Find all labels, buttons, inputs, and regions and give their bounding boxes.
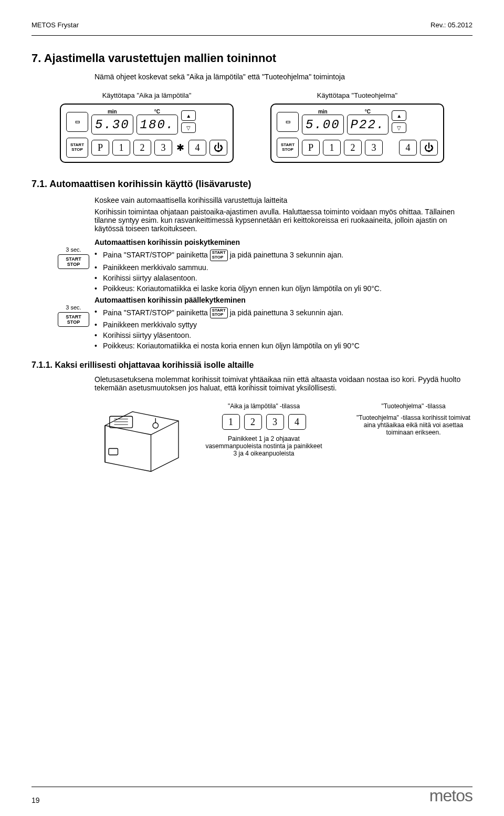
- lcd-time: 5.30: [91, 115, 133, 135]
- off-group: Automaattisen korihissin poiskytkeminen …: [94, 238, 472, 293]
- arrow-down-icon[interactable]: ▽: [181, 122, 196, 133]
- header-left: METOS Frystar: [32, 21, 79, 29]
- off-step-4: Poikkeus: Koriautomatiikka ei laske kori…: [94, 284, 472, 293]
- mode-left-title: "Aika ja lämpötila" -tilassa: [205, 402, 323, 410]
- off-step-2: Painikkeen merkkivalo sammuu.: [94, 263, 472, 272]
- control-panel-1: ▭ min 5.30 °C 180. ▲ ▽ START STOP: [60, 104, 234, 163]
- arrow-up-icon[interactable]: ▲: [392, 110, 406, 121]
- slot-icon: ▭: [66, 112, 88, 132]
- off-step-3: Korihissi siirtyy alalasentoon.: [94, 274, 472, 282]
- panel1-caption: Käyttötapa "Aika ja lämpötila": [60, 91, 234, 99]
- start-stop-icon: START STOP: [58, 312, 89, 327]
- section-7-1-1-title: 7.1.1. Kaksi erillisesti ohjattavaa kori…: [32, 360, 472, 370]
- on-title: Automaattisen korihissin päällekytkemine…: [94, 296, 472, 304]
- star-icon: ✱: [176, 142, 184, 153]
- on-indicator: 3 sec. START STOP: [58, 304, 89, 327]
- lower-section: "Aika ja lämpötila" -tilassa 1 2 3 4 Pai…: [94, 402, 472, 476]
- start-stop-button[interactable]: START STOP: [277, 138, 299, 158]
- unit-min: min: [316, 109, 330, 115]
- fryer-illustration: [94, 402, 189, 476]
- num-2-button[interactable]: 2: [133, 140, 151, 156]
- section-7-1-body: Koskee vain automaattisella korihissillä…: [94, 196, 472, 350]
- on-b1a: Paina "START/STOP" painiketta: [103, 308, 210, 316]
- mode-right-note: "Tuoteohjelma" -tilassa korihissit toimi…: [354, 414, 472, 436]
- p-button[interactable]: P: [302, 140, 320, 156]
- panel-program: Käyttötapa "Tuoteohjelma" ▭ min 5.00 °C …: [270, 91, 444, 163]
- arrow-down-icon[interactable]: ▽: [392, 122, 406, 133]
- unit-min: min: [105, 109, 120, 115]
- sub2: Korihissin toimintaa ohjataan paistoaika…: [94, 208, 472, 233]
- unit-c: °C: [360, 109, 375, 115]
- arrow-up-icon[interactable]: ▲: [181, 110, 196, 121]
- page-number: 19: [32, 796, 40, 805]
- mode-right-title: "Tuoteohjelma" -tilassa: [354, 402, 472, 410]
- mode-btn-4[interactable]: 4: [288, 414, 306, 430]
- svg-point-2: [153, 423, 159, 429]
- section-7-1-1-body: Oletusasetuksena molemmat korihissit toi…: [94, 375, 472, 392]
- off-step-1: Paina "START/STOP" painiketta START STOP…: [94, 250, 472, 261]
- modes-row: "Aika ja lämpötila" -tilassa 1 2 3 4 Pai…: [205, 402, 472, 457]
- on-step-3: Korihissi siirtyy yläsentoon.: [94, 331, 472, 339]
- divider: [32, 35, 472, 36]
- power-button[interactable]: ⏻: [420, 140, 438, 156]
- num-1-button[interactable]: 1: [323, 140, 341, 156]
- off-indicator: 3 sec. START STOP: [58, 246, 89, 269]
- page-title: 7. Ajastimella varustettujen mallien toi…: [32, 51, 472, 65]
- off-b1a: Paina "START/STOP" painiketta: [103, 251, 210, 259]
- start-stop-button[interactable]: START STOP: [66, 138, 88, 158]
- svg-rect-1: [109, 449, 118, 455]
- lcd-time: 5.00: [302, 115, 344, 135]
- num-1-button[interactable]: 1: [112, 140, 130, 156]
- num-4-button[interactable]: 4: [399, 140, 417, 156]
- on-step-1: Paina "START/STOP" painiketta START STOP…: [94, 307, 472, 319]
- off-title: Automaattisen korihissin poiskytkeminen: [94, 238, 472, 246]
- header-right: Rev.: 05.2012: [430, 21, 472, 29]
- off-b1b: ja pidä painettuna 3 sekunnin ajan.: [230, 251, 343, 259]
- num-3-button[interactable]: 3: [365, 140, 383, 156]
- lcd-temp: 180.: [136, 115, 178, 135]
- intro-text: Nämä ohjeet koskevat sekä "Aika ja lämpö…: [94, 73, 472, 81]
- mode-btn-1[interactable]: 1: [222, 414, 240, 430]
- on-step-4: Poikkeus: Koriautomatiikka ei nosta kori…: [94, 342, 472, 350]
- num-2-button[interactable]: 2: [344, 140, 362, 156]
- sub1: Koskee vain automaattisella korihissillä…: [94, 196, 472, 204]
- power-button[interactable]: ⏻: [209, 140, 227, 156]
- on-step-2: Painikkeen merkkivalo syttyy: [94, 321, 472, 329]
- control-panel-2: ▭ min 5.00 °C P22. ▲ ▽ START STOP: [270, 104, 444, 163]
- unit-c: °C: [150, 109, 164, 115]
- inline-start-stop-icon: START STOP: [210, 250, 228, 261]
- lcd-prog: P22.: [347, 115, 389, 135]
- off-time: 3 sec.: [58, 246, 89, 253]
- metos-logo: metos: [429, 786, 472, 805]
- inline-start-stop-icon: START STOP: [210, 307, 228, 319]
- mode-time-temp: "Aika ja lämpötila" -tilassa 1 2 3 4 Pai…: [205, 402, 323, 457]
- panels-row: Käyttötapa "Aika ja lämpötila" ▭ min 5.3…: [32, 91, 472, 163]
- section-7-1-title: 7.1. Automaattisen korihissin käyttö (li…: [32, 179, 472, 190]
- footer: 19 metos: [32, 786, 472, 805]
- mode-btn-2[interactable]: 2: [244, 414, 262, 430]
- panel2-caption: Käyttötapa "Tuoteohjelma": [270, 91, 444, 99]
- num-3-button[interactable]: 3: [154, 140, 172, 156]
- on-group: Automaattisen korihissin päällekytkemine…: [94, 296, 472, 350]
- mode-program: "Tuoteohjelma" -tilassa "Tuoteohjelma" -…: [354, 402, 472, 457]
- slot-icon: ▭: [277, 112, 299, 132]
- panel-time-temp: Käyttötapa "Aika ja lämpötila" ▭ min 5.3…: [60, 91, 234, 163]
- p-button[interactable]: P: [91, 140, 109, 156]
- on-b1b: ja pidä painettuna 3 sekunnin ajan.: [230, 308, 343, 316]
- mode-left-note: Painikkeet 1 ja 2 ohjaavat vasemmanpuole…: [205, 435, 323, 457]
- on-time: 3 sec.: [58, 304, 89, 311]
- num-4-button[interactable]: 4: [188, 140, 206, 156]
- mode-btn-3[interactable]: 3: [266, 414, 284, 430]
- start-stop-icon: START STOP: [58, 254, 89, 269]
